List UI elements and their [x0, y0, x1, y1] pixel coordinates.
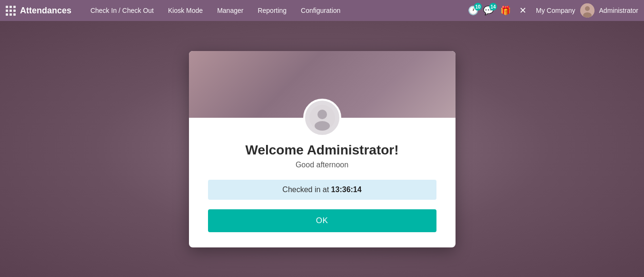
welcome-modal: Welcome Administrator! Good afternoon Ch… [189, 51, 456, 247]
activity-bell-button[interactable]: 🕐 10 [468, 5, 478, 16]
messages-button[interactable]: 💬 14 [483, 5, 494, 16]
menu-item-kiosk[interactable]: Kiosk Mode [162, 4, 208, 17]
admin-avatar-icon [580, 3, 594, 18]
activity-badge: 10 [474, 3, 482, 10]
apps-grid-icon[interactable] [6, 6, 16, 16]
menu-item-configuration[interactable]: Configuration [295, 4, 346, 17]
navbar-right: 🕐 10 💬 14 🎁 ✕ My Company Administrator [468, 3, 638, 18]
admin-name[interactable]: Administrator [599, 7, 638, 14]
svg-point-5 [315, 121, 330, 131]
person-icon [309, 105, 335, 131]
svg-point-1 [585, 6, 590, 11]
main-menu: Check In / Check Out Kiosk Mode Manager … [85, 4, 468, 17]
messages-badge: 14 [489, 3, 497, 10]
welcome-title: Welcome Administrator! [208, 143, 436, 158]
main-background: Welcome Administrator! Good afternoon Ch… [0, 21, 644, 277]
close-icon-button[interactable]: ✕ [517, 3, 528, 18]
greeting-text: Good afternoon [208, 161, 436, 169]
gift-icon-button[interactable]: 🎁 [498, 3, 513, 18]
menu-item-reporting[interactable]: Reporting [252, 4, 292, 17]
modal-body: Welcome Administrator! Good afternoon Ch… [189, 118, 456, 247]
checkin-time: 13:36:14 [331, 185, 362, 194]
checkin-label: Checked in at [282, 185, 331, 194]
admin-avatar[interactable] [580, 3, 594, 18]
user-avatar [303, 99, 341, 137]
checkin-status-box: Checked in at 13:36:14 [208, 180, 436, 200]
modal-header [189, 51, 456, 118]
ok-button[interactable]: OK [208, 209, 436, 232]
menu-item-checkin[interactable]: Check In / Check Out [85, 4, 159, 17]
app-title: Attendances [20, 6, 71, 16]
navbar: Attendances Check In / Check Out Kiosk M… [0, 0, 644, 21]
company-selector[interactable]: My Company [536, 7, 575, 14]
menu-item-manager[interactable]: Manager [211, 4, 249, 17]
svg-point-4 [317, 110, 327, 119]
